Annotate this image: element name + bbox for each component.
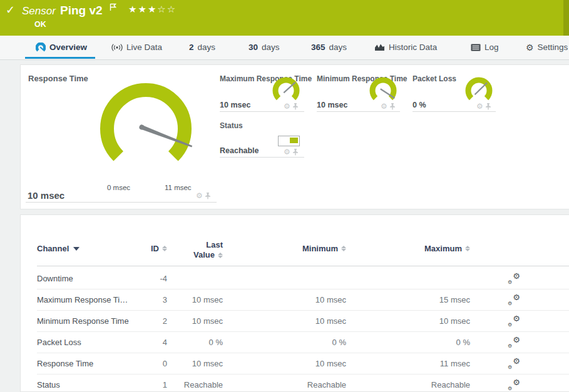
response-time-gauge bbox=[91, 74, 201, 188]
table-row-minimum-response-time: Minimum Response Time 2 10 msec 10 msec … bbox=[21, 311, 569, 331]
header-scrollbar-edge bbox=[563, 0, 569, 36]
cell-last-value: 10 msec bbox=[192, 359, 228, 368]
cell-maximum: 11 msec bbox=[440, 359, 475, 368]
gear-icon[interactable]: ⚙ bbox=[196, 192, 203, 199]
log-list-icon bbox=[471, 44, 481, 51]
channel-settings-icon[interactable]: ⚙⚙ bbox=[508, 294, 520, 306]
gauge-scale-min: 0 msec bbox=[107, 184, 130, 191]
cell-maximum: 10 msec bbox=[439, 316, 475, 326]
cell-minimum: 0 % bbox=[332, 338, 351, 347]
area-chart-icon bbox=[374, 43, 385, 51]
table-row-maximum-response-time: Maximum Response Ti… 3 10 msec 10 msec 1… bbox=[21, 289, 569, 310]
tab-log-label: Log bbox=[484, 43, 499, 52]
priority-stars[interactable]: ★★★☆☆ bbox=[128, 4, 177, 15]
column-header-maximum-label: Maximum bbox=[424, 244, 462, 253]
tab-365-days[interactable]: 365 days bbox=[311, 36, 347, 59]
tab-settings[interactable]: ⚙ Settings bbox=[526, 36, 568, 59]
channel-settings-icon[interactable]: ⚙⚙ bbox=[508, 337, 520, 348]
sort-arrows-icon bbox=[218, 253, 223, 258]
channel-settings-icon[interactable]: ⚙⚙ bbox=[508, 358, 520, 369]
sort-caret-icon bbox=[73, 247, 79, 251]
gear-icon[interactable]: ⚙ bbox=[284, 103, 290, 110]
tab-historic-data[interactable]: Historic Data bbox=[374, 36, 437, 59]
tab-historic-data-label: Historic Data bbox=[389, 43, 437, 52]
cell-id: -4 bbox=[160, 274, 172, 283]
sensor-status-badge: OK bbox=[34, 20, 46, 29]
flag-icon[interactable] bbox=[110, 3, 116, 14]
sort-arrows-icon bbox=[465, 246, 470, 251]
channel-settings-icon[interactable]: ⚙⚙ bbox=[508, 316, 520, 327]
response-time-tools: ⚙ bbox=[196, 192, 211, 199]
column-header-id[interactable]: ID bbox=[153, 235, 172, 253]
table-header-row: Channel ID Last Value Minimum Maximum bbox=[21, 235, 569, 266]
divider bbox=[220, 157, 304, 158]
overview-gauges-panel: Response Time 0 msec 11 msec 10 msec ⚙ M… bbox=[20, 64, 569, 209]
column-header-maximum[interactable]: Maximum bbox=[351, 235, 475, 253]
sensor-name: Ping v2 bbox=[60, 4, 103, 18]
status-tools: ⚙ bbox=[284, 148, 299, 156]
max-response-value: 10 msec bbox=[220, 101, 250, 109]
cell-maximum: 15 msec bbox=[439, 295, 475, 304]
tab-30-days-label: days bbox=[262, 43, 280, 52]
cell-last-value: 0 % bbox=[209, 338, 228, 347]
divider bbox=[26, 202, 217, 203]
divider bbox=[220, 111, 304, 112]
tab-live-data[interactable]: Live Data bbox=[111, 36, 162, 59]
gear-icon: ⚙ bbox=[526, 43, 534, 52]
channel-link[interactable]: Status bbox=[37, 380, 153, 389]
gear-icon[interactable]: ⚙ bbox=[476, 103, 483, 110]
cell-last-value: 10 msec bbox=[192, 316, 228, 326]
pin-icon[interactable] bbox=[205, 193, 211, 199]
tab-live-data-label: Live Data bbox=[126, 43, 162, 52]
table-row-status: Status 1 Reachable Reachable Reachable ⚙… bbox=[21, 374, 569, 392]
channel-link[interactable]: Response Time bbox=[37, 359, 153, 368]
column-header-channel[interactable]: Channel bbox=[37, 235, 153, 253]
tab-365-days-number: 365 bbox=[311, 43, 326, 52]
pin-icon[interactable] bbox=[389, 103, 396, 110]
gear-icon[interactable]: ⚙ bbox=[381, 103, 387, 110]
column-header-last-label: Last bbox=[193, 240, 223, 250]
gauge-title-packet-loss: Packet Loss bbox=[413, 74, 456, 83]
cell-id: 2 bbox=[163, 316, 172, 326]
channels-table-panel: Channel ID Last Value Minimum Maximum Do… bbox=[20, 214, 569, 392]
column-header-last-value[interactable]: Last Value bbox=[193, 235, 228, 260]
column-header-minimum[interactable]: Minimum bbox=[228, 235, 351, 253]
channel-link[interactable]: Packet Loss bbox=[37, 338, 153, 347]
divider bbox=[317, 111, 400, 112]
gauge-scale-max: 11 msec bbox=[165, 184, 192, 191]
active-tab-indicator bbox=[25, 57, 95, 59]
tab-2-days[interactable]: 2 days bbox=[189, 36, 215, 59]
cell-maximum: 0 % bbox=[456, 338, 475, 347]
cell-id: 0 bbox=[163, 359, 172, 368]
table-body: Downtime -4 ⚙⚙ Maximum Response Ti… 3 10… bbox=[21, 268, 569, 392]
table-header-divider bbox=[37, 266, 569, 266]
sort-arrows-icon bbox=[162, 246, 167, 251]
cell-minimum: 10 msec bbox=[315, 295, 351, 304]
tab-2-days-label: days bbox=[198, 43, 216, 52]
channel-link[interactable]: Downtime bbox=[37, 274, 153, 283]
cell-maximum: Reachable bbox=[431, 380, 475, 389]
gear-icon[interactable]: ⚙ bbox=[284, 148, 290, 156]
table-row-response-time: Response Time 0 10 msec 10 msec 11 msec … bbox=[21, 353, 569, 374]
tab-30-days[interactable]: 30 days bbox=[249, 36, 280, 59]
tab-overview[interactable]: Overview bbox=[36, 36, 87, 59]
tab-30-days-number: 30 bbox=[249, 43, 258, 52]
cell-minimum: 10 msec bbox=[315, 359, 351, 368]
channel-settings-icon[interactable]: ⚙⚙ bbox=[508, 379, 520, 391]
pin-icon[interactable] bbox=[292, 149, 299, 156]
sensor-header: ✓ Sensor Ping v2 ★★★☆☆ OK bbox=[0, 0, 569, 36]
sensor-type-label: Sensor bbox=[22, 5, 56, 18]
pin-icon[interactable] bbox=[485, 103, 491, 110]
tab-settings-label: Settings bbox=[538, 43, 568, 52]
cell-last-value: Reachable bbox=[184, 380, 228, 389]
packet-loss-tools: ⚙ bbox=[476, 103, 491, 110]
channel-link[interactable]: Maximum Response Ti… bbox=[37, 295, 153, 304]
column-header-value-label: Value bbox=[193, 250, 215, 260]
channel-settings-icon[interactable]: ⚙⚙ bbox=[508, 273, 520, 284]
tab-log[interactable]: Log bbox=[471, 36, 499, 59]
stars-empty-icon: ☆☆ bbox=[157, 4, 177, 14]
gauge-title-status: Status bbox=[220, 121, 243, 130]
pin-icon[interactable] bbox=[292, 103, 299, 110]
channel-link[interactable]: Minimum Response Time bbox=[37, 316, 153, 326]
max-response-tools: ⚙ bbox=[284, 103, 299, 110]
